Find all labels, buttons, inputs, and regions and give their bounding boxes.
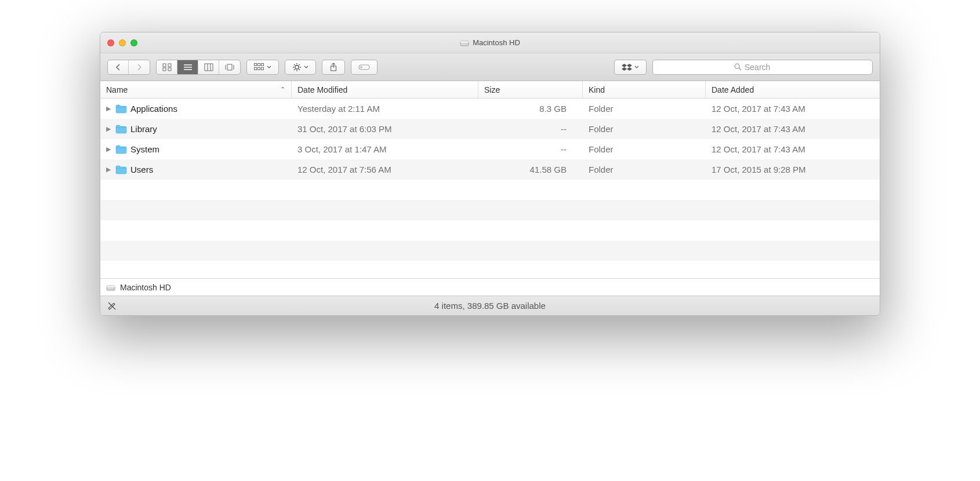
table-row[interactable]: ▶System3 Oct, 2017 at 1:47 AM--Folder12 … [100, 139, 880, 159]
table-row[interactable]: ▶ApplicationsYesterday at 2:11 AM8.3 GBF… [100, 99, 880, 119]
column-added-label: Date Added [712, 85, 754, 94]
chevron-down-icon [634, 65, 639, 69]
svg-point-35 [735, 64, 739, 68]
svg-point-34 [361, 66, 362, 68]
cell-date-added: 12 Oct, 2017 at 7:43 AM [706, 104, 880, 114]
file-name: System [130, 144, 159, 154]
view-icons-button[interactable] [157, 60, 177, 74]
svg-line-36 [739, 68, 741, 70]
gear-icon [292, 63, 302, 72]
column-date-label: Date Modified [297, 85, 347, 94]
svg-rect-3 [163, 64, 166, 67]
zoom-button[interactable] [130, 39, 137, 46]
file-name: Library [130, 124, 157, 134]
cell-date-added: 17 Oct, 2015 at 9:28 PM [706, 165, 880, 174]
column-size[interactable]: Size [478, 81, 583, 98]
cell-date-modified: 3 Oct, 2017 at 1:47 AM [292, 144, 478, 154]
hd-icon [106, 283, 115, 292]
tag-icon [358, 63, 370, 71]
table-row[interactable]: ▶Library31 Oct, 2017 at 6:03 PM--Folder1… [100, 119, 880, 139]
cell-date-modified: 12 Oct, 2017 at 7:56 AM [292, 165, 478, 174]
column-date-modified[interactable]: Date Modified [292, 81, 478, 98]
view-columns-button[interactable] [198, 60, 219, 74]
action-button[interactable] [285, 60, 316, 75]
svg-line-30 [299, 64, 300, 65]
arrange-button[interactable] [246, 60, 279, 75]
view-list-button[interactable] [177, 60, 198, 74]
view-coverflow-button[interactable] [219, 60, 240, 74]
svg-rect-4 [168, 64, 171, 67]
column-size-label: Size [484, 85, 500, 94]
column-date-added[interactable]: Date Added [706, 81, 880, 98]
cell-kind: Folder [583, 144, 706, 154]
edit-disabled-icon [107, 301, 117, 311]
share-button[interactable] [322, 60, 345, 75]
disclosure-triangle-icon[interactable]: ▶ [106, 125, 112, 133]
toolbar [100, 53, 880, 81]
cell-size: -- [478, 124, 583, 134]
disclosure-triangle-icon[interactable]: ▶ [106, 105, 112, 112]
view-group [156, 60, 241, 75]
disclosure-triangle-icon[interactable]: ▶ [106, 166, 112, 173]
cell-date-added: 12 Oct, 2017 at 7:43 AM [706, 144, 880, 154]
nav-group [107, 60, 150, 75]
column-name-label: Name [106, 85, 128, 94]
column-headers: Name ⌃ Date Modified Size Kind Date Adde… [100, 81, 880, 99]
table-row-empty [100, 220, 880, 240]
svg-rect-21 [262, 67, 264, 70]
back-button[interactable] [108, 60, 129, 74]
svg-line-28 [299, 69, 300, 70]
file-name: Applications [130, 104, 177, 114]
disclosure-triangle-icon[interactable]: ▶ [106, 145, 112, 153]
close-button[interactable] [107, 39, 114, 46]
svg-rect-19 [255, 67, 257, 70]
svg-point-39 [113, 288, 114, 289]
table-row-empty [100, 240, 880, 261]
svg-line-27 [294, 64, 295, 65]
chevron-down-icon [304, 65, 308, 69]
window-controls [100, 39, 137, 46]
sort-ascending-icon: ⌃ [280, 86, 285, 93]
cell-kind: Folder [583, 124, 706, 134]
tags-button[interactable] [351, 60, 378, 75]
column-kind-label: Kind [589, 85, 605, 94]
status-bar: 4 items, 389.85 GB available [100, 296, 880, 315]
column-kind[interactable]: Kind [583, 81, 706, 98]
share-icon [329, 63, 337, 72]
search-field[interactable] [652, 60, 873, 75]
finder-window: Macintosh HD [100, 32, 880, 316]
window-title-text: Macintosh HD [473, 38, 520, 47]
table-row-empty [100, 261, 880, 278]
path-bar[interactable]: Macintosh HD [100, 278, 880, 296]
svg-rect-18 [262, 63, 264, 65]
cell-size: 41.58 GB [478, 165, 583, 174]
table-row[interactable]: ▶Users12 Oct, 2017 at 7:56 AM41.58 GBFol… [100, 159, 880, 180]
chevron-down-icon [267, 65, 271, 69]
minimize-button[interactable] [119, 39, 126, 46]
cell-name: ▶System [100, 144, 292, 154]
cell-size: 8.3 GB [478, 104, 583, 114]
cell-date-modified: Yesterday at 2:11 AM [292, 104, 478, 114]
svg-rect-17 [258, 63, 260, 65]
svg-rect-0 [460, 41, 469, 46]
svg-point-22 [295, 65, 299, 68]
svg-rect-10 [205, 64, 213, 71]
search-input[interactable] [745, 63, 791, 72]
svg-point-2 [467, 43, 468, 45]
column-name[interactable]: Name ⌃ [100, 81, 292, 98]
folder-icon [115, 104, 127, 114]
cell-name: ▶Users [100, 165, 292, 174]
titlebar: Macintosh HD [100, 32, 880, 53]
cell-date-added: 12 Oct, 2017 at 7:43 AM [706, 124, 880, 134]
cell-date-modified: 31 Oct, 2017 at 6:03 PM [292, 124, 478, 134]
forward-button[interactable] [129, 60, 150, 74]
svg-rect-6 [168, 68, 171, 71]
file-name: Users [130, 165, 153, 174]
svg-rect-16 [255, 63, 257, 65]
cell-name: ▶Applications [100, 104, 292, 114]
cell-kind: Folder [583, 165, 706, 174]
folder-icon [115, 125, 127, 134]
svg-line-29 [294, 69, 295, 70]
dropbox-button[interactable] [614, 60, 647, 75]
folder-icon [115, 145, 127, 154]
